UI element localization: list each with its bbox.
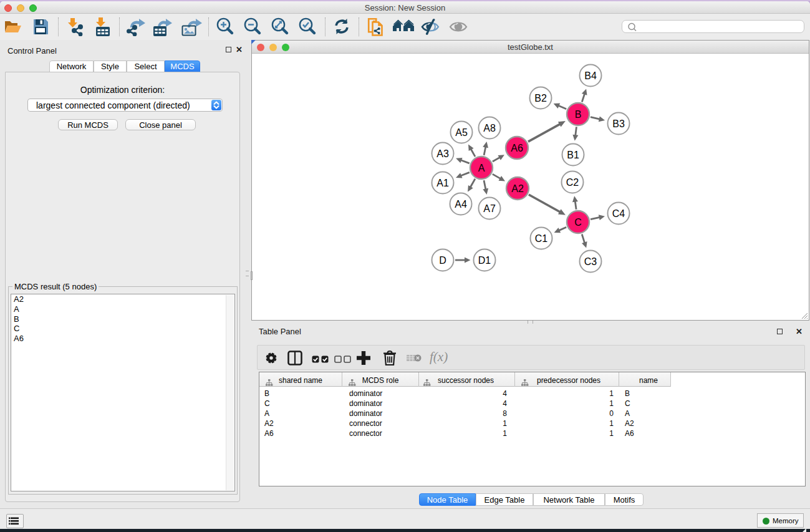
svg-text:B4: B4 [584,70,597,81]
svg-text:C2: C2 [566,177,579,188]
svg-text:C: C [574,217,582,228]
svg-text:D: D [439,255,446,266]
svg-text:D1: D1 [478,255,491,266]
svg-text:C4: C4 [612,208,625,219]
svg-text:A2: A2 [511,183,524,194]
svg-text:B3: B3 [612,118,625,129]
svg-text:A5: A5 [455,127,468,138]
svg-text:B1: B1 [567,150,579,160]
svg-text:B: B [575,109,582,120]
svg-text:A1: A1 [436,178,449,188]
svg-text:A7: A7 [483,203,496,214]
svg-text:A: A [478,163,485,173]
svg-text:A8: A8 [483,123,496,133]
svg-text:A6: A6 [511,143,523,153]
svg-text:C1: C1 [535,233,548,244]
svg-text:B2: B2 [534,93,547,104]
svg-text:C3: C3 [584,256,597,267]
svg-text:A3: A3 [436,148,449,159]
svg-text:A4: A4 [455,199,467,210]
